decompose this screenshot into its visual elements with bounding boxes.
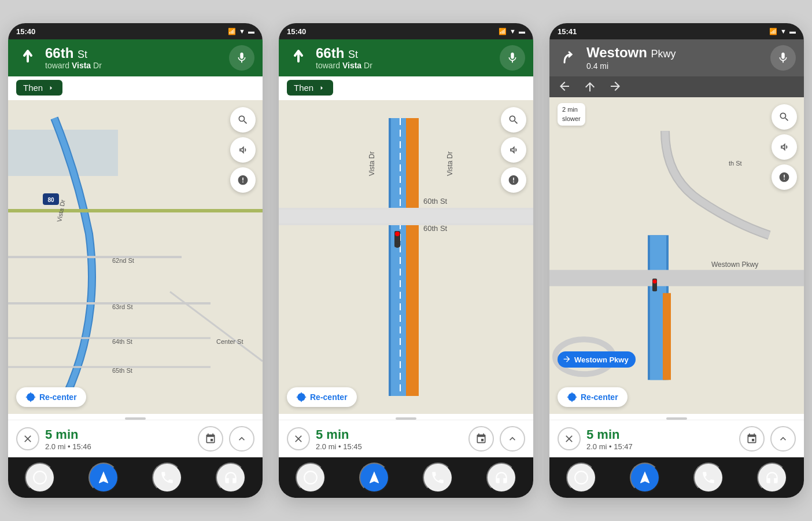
map-svg-2: 60th St 60th St Vista Dr Vista Dr (279, 100, 533, 414)
trip-info-1: 5 min 2.0 mi • 15:46 (8, 420, 263, 457)
then-pill-1: Then (16, 80, 62, 96)
map-svg-1: Vista Dr 62nd St 63rd St 64th St 65th St… (8, 100, 263, 414)
svg-rect-36 (663, 293, 671, 380)
audio-nav-1[interactable] (216, 463, 246, 493)
map-area-1: Vista Dr 62nd St 63rd St 64th St 65th St… (8, 100, 263, 414)
report-button-3[interactable] (772, 164, 797, 190)
phone-nav-2[interactable] (423, 463, 453, 493)
wifi-icon: ▼ (239, 28, 245, 35)
trip-route-2[interactable] (468, 426, 494, 452)
svg-rect-23 (279, 210, 533, 223)
turn-left-icon (558, 80, 571, 94)
bottom-nav-2 (279, 457, 533, 498)
trip-close-1[interactable] (16, 427, 39, 450)
slower-badge-3: 2 minslower (558, 103, 585, 126)
phone-2: 15:40 📶 ▼ ▬ 66th St toward Vista Dr (279, 23, 533, 498)
nav-distance-3: 0.4 mi (586, 61, 770, 71)
volume-button-1[interactable] (230, 137, 256, 163)
westown-label-3: Westown Pkwy (558, 351, 636, 368)
turn-straight-icon (583, 80, 597, 94)
search-button-1[interactable] (230, 107, 256, 133)
maps-nav-3[interactable] (630, 463, 660, 493)
mic-button-1[interactable] (229, 45, 254, 71)
street-name-1: 66th St (45, 46, 229, 61)
svg-text:60th St: 60th St (423, 197, 448, 206)
trip-mins-2: 5 min (316, 427, 463, 442)
volume-button-2[interactable] (501, 137, 526, 163)
direction-icon-1 (16, 46, 39, 69)
status-bar-3: 15:41 📶 ▼ ▬ (549, 23, 804, 39)
trip-details-2: 2.0 mi • 15:45 (316, 442, 463, 451)
svg-point-32 (304, 471, 317, 484)
time-3: 15:41 (558, 27, 577, 36)
street-info-2: 66th St toward Vista Dr (310, 46, 500, 70)
trip-route-3[interactable] (739, 426, 765, 452)
trip-mins-1: 5 min (45, 427, 192, 442)
nav-toward-1: toward Vista Dr (45, 61, 229, 70)
time-2: 15:40 (287, 27, 306, 36)
phones-container: 15:40 📶 ▼ ▬ 66th St toward Vista Dr (8, 23, 804, 498)
recenter-button-3[interactable]: Re-center (558, 387, 628, 407)
direction-icon-3 (558, 46, 581, 69)
trip-expand-2[interactable] (500, 426, 525, 452)
then-pill-2: Then (287, 80, 333, 96)
status-bar-1: 15:40 📶 ▼ ▬ (8, 23, 263, 39)
bluetooth-icon-2: 📶 (499, 28, 507, 35)
recenter-button-1[interactable]: Re-center (16, 387, 86, 407)
home-nav-2[interactable] (296, 463, 326, 493)
svg-point-26 (395, 237, 400, 242)
svg-point-16 (34, 471, 46, 484)
time-1: 15:40 (16, 27, 35, 36)
mic-button-2[interactable] (500, 45, 525, 71)
svg-text:60th St: 60th St (423, 224, 448, 233)
trip-close-2[interactable] (287, 427, 310, 450)
volume-button-3[interactable] (772, 134, 797, 160)
svg-text:63rd St: 63rd St (112, 303, 132, 310)
svg-text:65th St: 65th St (112, 367, 132, 374)
svg-text:64th St: 64th St (112, 338, 132, 345)
status-icons-2: 📶 ▼ ▬ (499, 28, 525, 35)
trip-info-3: 5 min 2.0 mi • 15:47 (549, 420, 804, 457)
svg-point-41 (653, 285, 657, 289)
phone-nav-1[interactable] (152, 463, 182, 493)
phone-nav-3[interactable] (693, 463, 724, 493)
nav-header-1: 66th St toward Vista Dr (8, 39, 263, 76)
map-area-3: Westown Pkwy th St 2 minslower (549, 97, 804, 414)
maps-nav-1[interactable] (88, 463, 119, 493)
wifi-icon-2: ▼ (510, 28, 516, 35)
svg-point-25 (395, 232, 400, 236)
report-button-1[interactable] (230, 167, 256, 193)
nav-header-2: 66th St toward Vista Dr (279, 39, 533, 76)
maps-nav-2[interactable] (359, 463, 389, 493)
mic-button-3[interactable] (770, 45, 796, 71)
battery-icon-3: ▬ (789, 28, 796, 35)
bottom-nav-3 (549, 457, 804, 498)
trip-time-3: 5 min 2.0 mi • 15:47 (586, 427, 733, 451)
trip-expand-3[interactable] (770, 426, 796, 452)
home-nav-3[interactable] (566, 463, 596, 493)
phone-1: 15:40 📶 ▼ ▬ 66th St toward Vista Dr (8, 23, 263, 498)
svg-text:Center St: Center St (216, 338, 243, 345)
report-button-2[interactable] (501, 167, 526, 193)
trip-time-1: 5 min 2.0 mi • 15:46 (45, 427, 192, 451)
status-icons-3: 📶 ▼ ▬ (769, 28, 796, 35)
svg-rect-20 (406, 118, 419, 396)
home-nav-1[interactable] (25, 463, 55, 493)
next-turns-bar-3 (549, 76, 804, 97)
recenter-button-2[interactable]: Re-center (287, 387, 357, 407)
trip-close-3[interactable] (558, 427, 581, 450)
street-name-2: 66th St (316, 46, 500, 61)
trip-route-1[interactable] (198, 426, 223, 452)
audio-nav-3[interactable] (757, 463, 787, 493)
search-button-3[interactable] (772, 104, 797, 130)
street-info-3: Westown Pkwy 0.4 mi (581, 45, 770, 71)
svg-text:Vista Dr: Vista Dr (446, 152, 454, 176)
svg-text:Westown Pkwy: Westown Pkwy (711, 261, 758, 269)
street-info-1: 66th St toward Vista Dr (39, 46, 229, 70)
audio-nav-2[interactable] (486, 463, 516, 493)
trip-time-2: 5 min 2.0 mi • 15:45 (316, 427, 463, 451)
battery-icon: ▬ (248, 28, 254, 35)
trip-expand-1[interactable] (229, 426, 254, 452)
search-button-2[interactable] (501, 107, 526, 133)
bluetooth-icon: 📶 (228, 28, 236, 35)
